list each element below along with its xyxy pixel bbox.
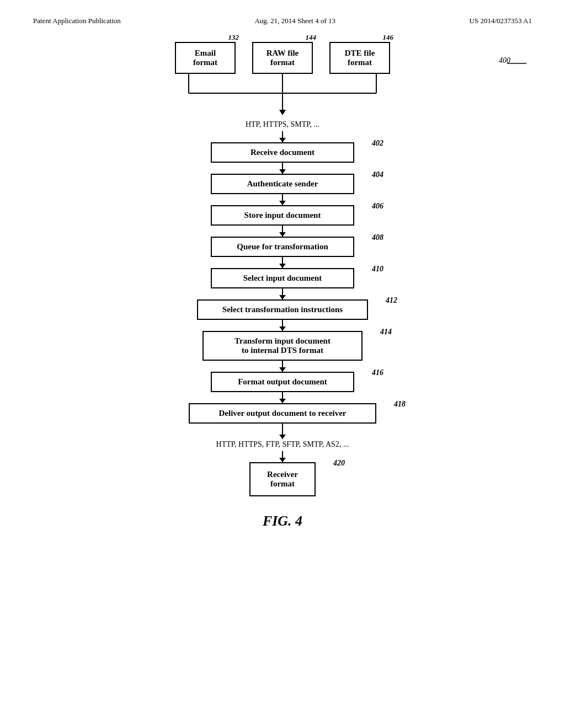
ref-416: 416 bbox=[372, 368, 383, 377]
step-416-label: Format output document bbox=[238, 377, 327, 386]
protocol-bottom-text: HTTP, HTTPS, FTP, SFTP, SMTP, AS2, ... bbox=[216, 440, 349, 449]
step-402-label: Receive document bbox=[250, 148, 315, 157]
step-406-label: Store input document bbox=[244, 211, 321, 220]
header-left: Patent Application Publication bbox=[33, 17, 121, 25]
step-404-label: Authenticate sender bbox=[247, 179, 318, 188]
step-420-box: Receiverformat 420 bbox=[249, 462, 316, 496]
step-414-label: Transform input documentto internal DTS … bbox=[234, 336, 331, 355]
step-412-box: Select transformation instructions 412 bbox=[197, 299, 368, 320]
ref-420: 420 bbox=[333, 459, 345, 468]
step-410-label: Select input document bbox=[243, 274, 322, 282]
arrow-to-402 bbox=[282, 131, 283, 142]
converge-svg bbox=[145, 74, 420, 118]
step-402-box: Receive document 402 bbox=[211, 142, 354, 163]
step-404-box: Authenticate sender 404 bbox=[211, 174, 354, 194]
arrow-to-406 bbox=[282, 194, 283, 205]
step-420-label: Receiverformat bbox=[267, 470, 298, 488]
ref-410: 410 bbox=[372, 265, 383, 274]
ref-406: 406 bbox=[372, 202, 383, 211]
ref-414: 414 bbox=[380, 328, 392, 336]
step-410-box: Select input document 410 bbox=[211, 268, 354, 288]
arrow-to-408 bbox=[282, 226, 283, 237]
arrow-to-protocol-bottom bbox=[282, 424, 283, 439]
input-boxes-row: 132 Emailformat 144 RAW fileformat 146 D… bbox=[175, 42, 390, 74]
arrow-to-410 bbox=[282, 257, 283, 268]
ref-408: 408 bbox=[372, 233, 383, 242]
figure-label: FIG. 4 bbox=[33, 513, 532, 529]
page: Patent Application Publication Aug. 21, … bbox=[0, 0, 565, 728]
step-412-label: Select transformation instructions bbox=[222, 305, 343, 314]
arrow-to-404 bbox=[282, 163, 283, 174]
protocol-top-text: HTP, HTTPS, SMTP, ... bbox=[246, 120, 319, 129]
email-format-box: 132 Emailformat bbox=[175, 42, 236, 74]
svg-marker-8 bbox=[279, 110, 286, 115]
step-416-box: Format output document 416 bbox=[211, 372, 354, 392]
arrow-to-412 bbox=[282, 288, 283, 299]
step-418-box: Deliver output document to receiver 418 bbox=[189, 403, 376, 424]
step-408-label: Queue for transformation bbox=[237, 242, 328, 251]
ref-418: 418 bbox=[394, 400, 406, 409]
ref-402: 402 bbox=[372, 139, 383, 148]
header-center: Aug. 21, 2014 Sheet 4 of 13 bbox=[254, 17, 335, 25]
arrow-to-420 bbox=[282, 451, 283, 462]
arrow-to-418 bbox=[282, 392, 283, 403]
ref-144: 144 bbox=[306, 33, 317, 42]
step-418-label: Deliver output document to receiver bbox=[218, 409, 346, 417]
page-header: Patent Application Publication Aug. 21, … bbox=[33, 17, 532, 25]
raw-file-format-box: 144 RAW fileformat bbox=[252, 42, 313, 74]
ref-146: 146 bbox=[383, 33, 394, 42]
dte-file-format-box: 146 DTE fileformat bbox=[329, 42, 390, 74]
ref-404: 404 bbox=[372, 170, 383, 179]
ref-412: 412 bbox=[386, 296, 397, 305]
header-right: US 2014/0237353 A1 bbox=[470, 17, 532, 25]
ref-132: 132 bbox=[228, 33, 239, 42]
arrow-to-414 bbox=[282, 320, 283, 331]
step-414-box: Transform input documentto internal DTS … bbox=[202, 331, 363, 361]
flowchart-diagram: 132 Emailformat 144 RAW fileformat 146 D… bbox=[33, 42, 532, 496]
arrow-to-416 bbox=[282, 361, 283, 372]
step-406-box: Store input document 406 bbox=[211, 205, 354, 226]
step-408-box: Queue for transformation 408 bbox=[211, 237, 354, 257]
